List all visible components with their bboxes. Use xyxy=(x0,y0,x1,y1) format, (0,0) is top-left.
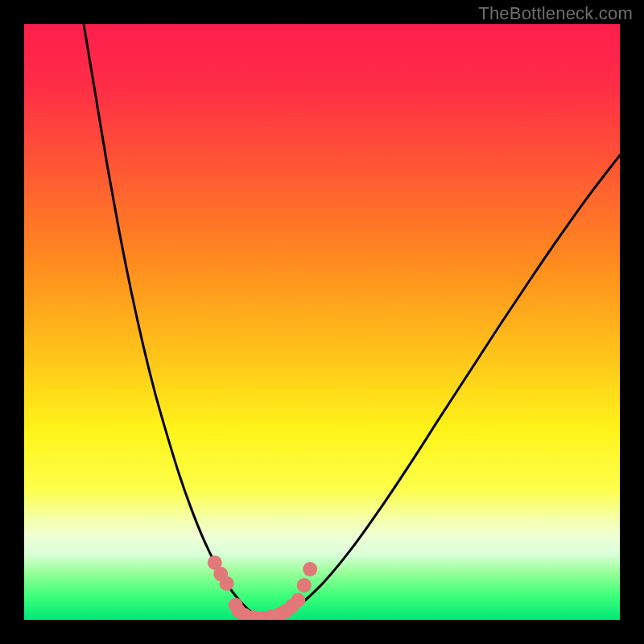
watermark-text: TheBottleneck.com xyxy=(478,3,633,24)
marker-point xyxy=(303,562,317,576)
curve-layer xyxy=(24,24,620,620)
marker-point xyxy=(220,576,234,591)
marker-point xyxy=(297,578,312,592)
marker-point xyxy=(291,593,305,608)
plot-area xyxy=(24,24,620,620)
bottleneck-curve xyxy=(84,24,620,618)
chart-frame: TheBottleneck.com xyxy=(0,0,644,644)
highlight-markers xyxy=(208,555,317,620)
